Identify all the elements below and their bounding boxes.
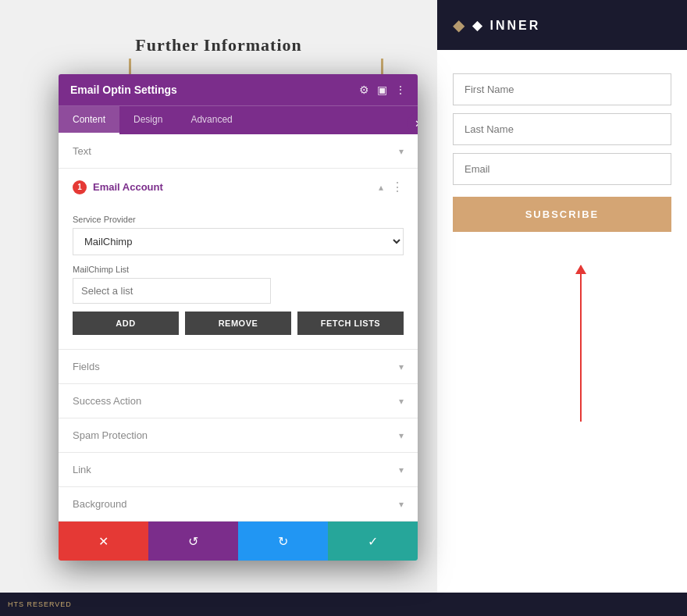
right-panel: ◆ ◆ INNER SUBSCRIBE xyxy=(437,0,687,616)
panel-body: Text ▾ 1 Email Account ▴ ⋮ Service Provi… xyxy=(59,134,418,522)
section-success-action-label: Success Action xyxy=(73,395,141,407)
badge-number: 1 xyxy=(73,180,87,194)
columns-icon[interactable]: ▣ xyxy=(377,84,387,96)
more-options-icon[interactable]: ⋮ xyxy=(391,180,404,194)
panel-header-icons: ⚙ ▣ ⋮ xyxy=(359,84,406,96)
email-account-title-group: 1 Email Account xyxy=(73,180,163,194)
chevron-down-icon: ▾ xyxy=(399,146,404,157)
chevron-down-icon: ▾ xyxy=(399,396,404,407)
more-icon[interactable]: ⋮ xyxy=(395,84,406,96)
email-account-icons: ▴ ⋮ xyxy=(379,180,404,194)
section-link-label: Link xyxy=(73,464,91,475)
last-name-input[interactable] xyxy=(453,113,671,145)
undo-button[interactable]: ↺ xyxy=(148,522,238,561)
section-background[interactable]: Background ▾ xyxy=(59,487,418,522)
settings-icon[interactable]: ⚙ xyxy=(359,84,369,96)
chevron-down-icon: ▾ xyxy=(399,465,404,475)
section-text-label: Text xyxy=(73,145,91,157)
email-input[interactable] xyxy=(453,153,671,185)
red-arrow xyxy=(580,265,582,422)
chevron-down-icon: ▾ xyxy=(399,499,404,510)
subscribe-button[interactable]: SUBSCRIBE xyxy=(453,197,671,232)
inner-logo-icon: ◆ xyxy=(453,16,465,34)
panel-header: Email Optin Settings ⚙ ▣ ⋮ xyxy=(59,74,418,105)
mailchimp-list-input[interactable] xyxy=(73,278,271,304)
settings-panel: Email Optin Settings ⚙ ▣ ⋮ Content Desig… xyxy=(59,74,418,561)
chevron-down-icon: ▾ xyxy=(399,430,404,441)
mailchimp-list-label: MailChimp List xyxy=(73,265,404,274)
bottom-action-bar: ✕ ↺ ↻ ✓ xyxy=(59,522,418,561)
service-provider-select[interactable]: MailChimp Aweber ConvertKit GetResponse xyxy=(73,228,404,255)
save-button[interactable]: ✓ xyxy=(328,522,418,561)
section-email-account: 1 Email Account ▴ ⋮ Service Provider Mai… xyxy=(59,169,418,350)
service-provider-label: Service Provider xyxy=(73,215,404,224)
chevron-up-icon[interactable]: ▴ xyxy=(379,182,383,193)
fetch-lists-button[interactable]: FETCH LISTS xyxy=(297,312,404,335)
panel-tabs: Content Design Advanced xyxy=(59,105,418,134)
tab-design[interactable]: Design xyxy=(119,106,176,134)
add-button[interactable]: ADD xyxy=(73,312,179,335)
tab-content[interactable]: Content xyxy=(59,106,119,134)
page-title: Further Information xyxy=(0,35,437,55)
section-spam-protection[interactable]: Spam Protection ▾ xyxy=(59,418,418,453)
section-success-action[interactable]: Success Action ▾ xyxy=(59,384,418,418)
email-account-body: Service Provider MailChimp Aweber Conver… xyxy=(59,215,418,349)
section-text[interactable]: Text ▾ xyxy=(59,134,418,169)
panel-title: Email Optin Settings xyxy=(70,84,177,96)
remove-button[interactable]: REMOVE xyxy=(185,312,291,335)
action-buttons-group: ADD REMOVE FETCH LISTS xyxy=(73,312,404,335)
further-info-area: Further Information xyxy=(0,35,437,55)
footer-bar: HTS RESERVED xyxy=(0,593,687,616)
arrow-head xyxy=(575,265,586,274)
inner-title: ◆ INNER xyxy=(472,18,540,33)
section-background-label: Background xyxy=(73,498,126,510)
arrow-line xyxy=(580,265,582,422)
right-panel-header: ◆ ◆ INNER xyxy=(437,0,687,50)
tab-advanced[interactable]: Advanced xyxy=(176,106,246,134)
cancel-button[interactable]: ✕ xyxy=(59,522,148,561)
section-link[interactable]: Link ▾ xyxy=(59,453,418,487)
form-area: SUBSCRIBE xyxy=(437,50,687,255)
footer-text: HTS RESERVED xyxy=(8,600,72,608)
section-fields-label: Fields xyxy=(73,361,100,372)
redo-button[interactable]: ↻ xyxy=(238,522,328,561)
section-spam-protection-label: Spam Protection xyxy=(73,429,148,441)
chevron-down-icon: ▾ xyxy=(399,361,404,372)
email-account-label: Email Account xyxy=(93,181,163,193)
section-fields[interactable]: Fields ▾ xyxy=(59,350,418,384)
first-name-input[interactable] xyxy=(453,73,671,105)
email-account-header[interactable]: 1 Email Account ▴ ⋮ xyxy=(59,169,418,205)
